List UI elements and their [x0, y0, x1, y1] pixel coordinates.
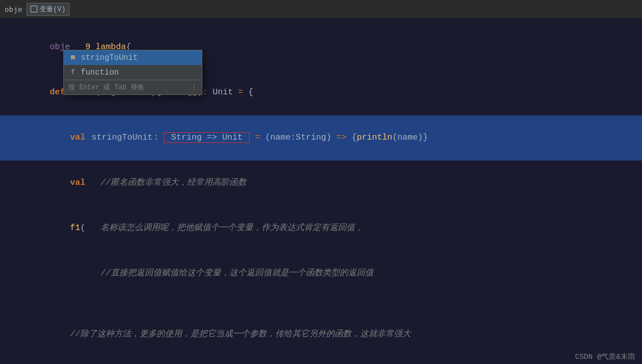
autocomplete-popup[interactable]: m stringToUnit f function 按 Enter 或 Tab … — [63, 50, 202, 95]
code-line-7 — [0, 296, 642, 312]
type-box-red: String => Unit — [164, 132, 250, 143]
variable-checkbox-label: 变量(V) — [40, 5, 66, 14]
kw-def: def — [50, 88, 65, 97]
method-icon: m — [68, 53, 77, 62]
code-line-6: //直接把返回值赋值给这个变量，这个返回值就是一个函数类型的返回值 — [0, 251, 642, 296]
code-line-4: val //匿名函数非常强大，经常用高阶函数 — [0, 161, 642, 206]
code-line-3: val stringToUnit: String => Unit = (name… — [0, 115, 642, 161]
code-line-8: //除了这种方法，更多的使用，是把它当成一个参数，传给其它另外的函数，这就非常强… — [0, 312, 642, 357]
autocomplete-item-stringToUnit[interactable]: m stringToUnit — [64, 50, 202, 65]
autocomplete-label-function: function — [81, 68, 119, 77]
variable-checkbox[interactable] — [31, 6, 37, 12]
autocomplete-label-stringToUnit: stringToUnit — [81, 53, 138, 62]
code-line-5: f1( 名称该怎么调用呢，把他赋值个一个变量，作为表达式肯定有返回值， — [0, 206, 642, 251]
autocomplete-hint: 按 Enter 或 Tab 替换 — [68, 83, 144, 92]
tab-label: obje — [5, 5, 22, 14]
function-icon: f — [68, 68, 77, 77]
selected-token-stringToUnit: stringToUnit — [90, 133, 154, 142]
autocomplete-footer: 按 Enter 或 Tab 替换 ⋮ — [64, 80, 202, 94]
code-line-9: //定义一个函数，以函数作为参数输入 — [0, 357, 642, 364]
autocomplete-more-icon: ⋮ — [190, 83, 197, 92]
bottom-bar-text: CSDN @气质&末雨 — [575, 353, 635, 361]
bottom-bar: CSDN @气质&末雨 — [568, 349, 642, 364]
toolbar: obje 变量(V) — [0, 0, 642, 18]
autocomplete-item-function[interactable]: f function — [64, 65, 202, 80]
variable-checkbox-group: 变量(V) — [27, 3, 70, 16]
code-editor: obje 9_lambda{ def m n(args: Array[Strin… — [0, 0, 642, 364]
